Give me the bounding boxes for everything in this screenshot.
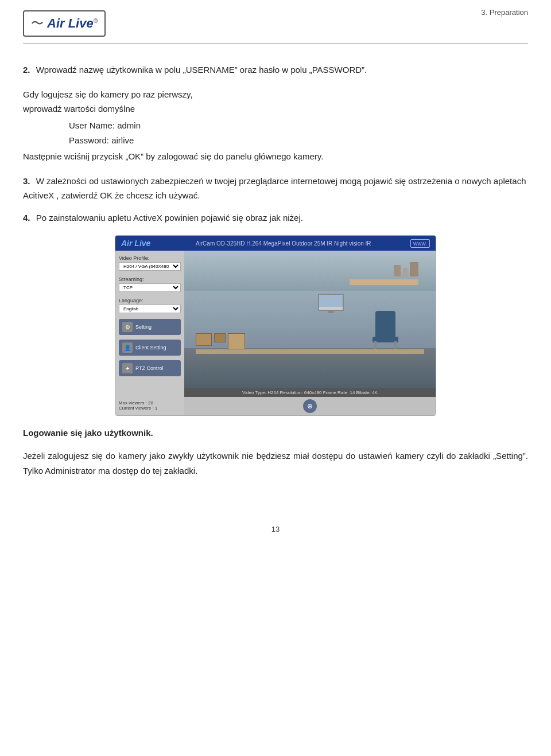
desk [196, 349, 424, 354]
section-2-text: Wprowadź nazwę użytkownika w polu „USERN… [36, 65, 367, 75]
credentials-block: User Name: admin Password: airlive [69, 118, 528, 147]
video-profile-label: Video Profile: [119, 255, 181, 261]
chapter-header: 3. Preparation [481, 8, 528, 17]
cam-nav: ⊕ [184, 397, 436, 415]
shelf-items [394, 262, 418, 276]
logo-reg: ® [94, 18, 98, 24]
cam-header: Air Live AirCam OD-325HD H.264 MegaPixel… [115, 236, 436, 251]
page-number: 13 [0, 525, 551, 533]
client-setting-label: Client Setting [135, 345, 166, 350]
logo-brand: Air Live [47, 16, 94, 30]
section-4-text: Po zainstalowaniu apletu ActiveX powinie… [36, 213, 303, 223]
section-2-number: 2. [23, 65, 30, 75]
logo-box: 〜 Air Live® [23, 10, 106, 37]
sidebar-language: Language: English [119, 298, 181, 315]
cam-sidebar: Video Profile: H264 / VGA (640X480) Stre… [115, 251, 184, 415]
setting-button[interactable]: ⚙ Setting [119, 319, 181, 335]
section-3-text: W zależności od ustawionych zabezpieczeń… [23, 176, 526, 200]
section-3: 3. W zależności od ustawionych zabezpiec… [23, 174, 528, 203]
streaming-label: Streaming: [119, 276, 181, 282]
camera-screenshot: Air Live AirCam OD-325HD H.264 MegaPixel… [115, 235, 436, 416]
cam-main-area: Video Type: H264 Resolution: 640x480 Fra… [184, 251, 436, 415]
setting-icon: ⚙ [122, 322, 133, 332]
cam-interface: Air Live AirCam OD-325HD H.264 MegaPixel… [115, 236, 436, 415]
shelf-item-1 [394, 265, 401, 276]
ptz-control-button[interactable]: ✦ PTZ Control [119, 360, 181, 376]
cam-footer-text: Video Type: H264 Resolution: 640x480 Fra… [242, 390, 378, 395]
monitor-screen [319, 295, 343, 307]
section-2: 2. Wprowadź nazwę użytkownika w polu „US… [23, 63, 528, 77]
cam-footer: Video Type: H264 Resolution: 640x480 Fra… [184, 388, 436, 397]
header-divider [23, 43, 528, 44]
box-3 [228, 333, 245, 349]
caption-text: Logowanie się jako użytkownik. [23, 428, 153, 438]
username-label: User Name: admin [69, 118, 528, 133]
setting-label: Setting [135, 324, 152, 330]
page-number-value: 13 [271, 525, 280, 533]
ptz-control-icon: ✦ [122, 363, 133, 373]
sidebar-streaming: Streaming: TCP [119, 276, 181, 294]
chair-back [375, 311, 395, 340]
video-profile-select[interactable]: H264 / VGA (640X480) [119, 262, 181, 271]
language-select[interactable]: English [119, 305, 181, 313]
first-login-line3: Następnie wciśnij przycisk „OK” by zalog… [23, 150, 528, 164]
final-paragraph: Jeżeli zalogujesz się do kamery jako zwy… [23, 449, 528, 479]
cam-logo: Air Live [121, 239, 150, 248]
section-4-number: 4. [23, 213, 30, 223]
cam-title: AirCam OD-325HD H.264 MegaPixel Outdoor … [156, 240, 410, 247]
final-text-content: Jeżeli zalogujesz się do kamery jako zwy… [23, 451, 528, 476]
max-viewers: Max viewers : 20 [119, 400, 181, 406]
viewers-info: Max viewers : 20 Current viewers : 1 [119, 396, 181, 411]
logo-area: 〜 Air Live® [23, 10, 106, 37]
language-label: Language: [119, 298, 181, 303]
shelf-item-3 [410, 262, 418, 276]
current-viewers: Current viewers : 1 [119, 406, 181, 411]
box-items [196, 333, 245, 349]
cam-link: www. [410, 239, 430, 248]
section-4: 4. Po zainstalowaniu apletu ActiveX powi… [23, 211, 528, 225]
section-3-number: 3. [23, 176, 30, 186]
password-label: Password: airlive [69, 133, 528, 148]
shelf [350, 279, 418, 285]
box-2 [214, 333, 226, 342]
sidebar-video-profile: Video Profile: H264 / VGA (640X480) [119, 255, 181, 273]
cam-body: Video Profile: H264 / VGA (640X480) Stre… [115, 251, 436, 415]
monitor-stand [328, 310, 334, 313]
ptz-control-label: PTZ Control [135, 365, 164, 371]
caption: Logowanie się jako użytkownik. [23, 426, 528, 441]
monitor [318, 294, 344, 311]
first-login-block: Gdy logujesz się do kamery po raz pierws… [23, 88, 528, 164]
streaming-select[interactable]: TCP [119, 283, 181, 292]
logo-waves-icon: 〜 [31, 15, 44, 32]
nav-icon[interactable]: ⊕ [303, 399, 317, 413]
cam-video [184, 251, 436, 388]
box-1 [196, 333, 212, 346]
chapter-title: 3. Preparation [481, 8, 528, 17]
client-setting-button[interactable]: 👤 Client Setting [119, 340, 181, 356]
client-setting-icon: 👤 [122, 342, 133, 353]
shelf-item-2 [403, 268, 408, 276]
first-login-line2: wprowadź wartości domyślne [23, 102, 528, 116]
main-content: 2. Wprowadź nazwę użytkownika w polu „US… [0, 52, 551, 502]
logo-text: Air Live® [47, 16, 98, 31]
first-login-line1: Gdy logujesz się do kamery po raz pierws… [23, 88, 528, 102]
